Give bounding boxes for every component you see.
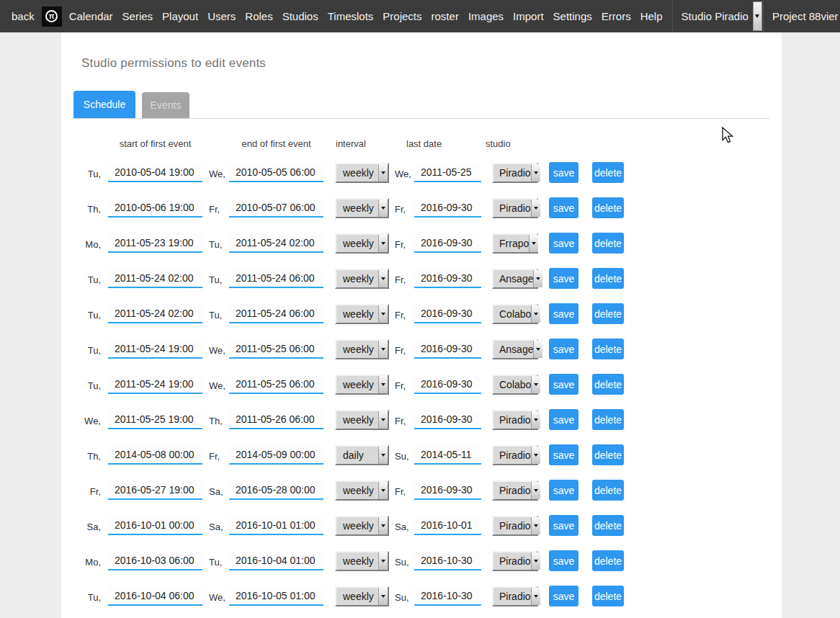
delete-button[interactable]: delete [592, 339, 624, 359]
project-select[interactable]: Project 88vier [763, 0, 840, 32]
end-datetime-input[interactable] [229, 446, 323, 465]
interval-select[interactable]: weekly [335, 551, 389, 571]
delete-button[interactable]: delete [592, 374, 624, 395]
end-datetime-input[interactable] [229, 340, 323, 359]
last-date-input[interactable] [414, 234, 481, 253]
delete-button[interactable]: delete [592, 515, 624, 536]
studio-row-select[interactable]: Piradio [492, 551, 538, 571]
last-date-input[interactable] [414, 552, 481, 570]
delete-button[interactable]: delete [592, 233, 624, 254]
nav-menu-item[interactable]: Timeslots [328, 10, 374, 22]
studio-row-select[interactable]: Colabo [492, 375, 538, 395]
nav-menu-item[interactable]: Images [468, 10, 504, 22]
start-datetime-input[interactable] [108, 340, 202, 359]
interval-select[interactable]: weekly [335, 480, 389, 501]
back-link[interactable]: back [12, 10, 35, 22]
delete-button[interactable]: delete [592, 586, 624, 606]
save-button[interactable]: save [549, 233, 578, 254]
delete-button[interactable]: delete [592, 444, 624, 465]
last-date-input[interactable] [414, 446, 481, 465]
start-datetime-input[interactable] [108, 269, 202, 288]
last-date-input[interactable] [414, 411, 481, 429]
interval-select[interactable]: daily [335, 445, 389, 465]
delete-button[interactable]: delete [592, 550, 624, 571]
save-button[interactable]: save [549, 409, 578, 430]
save-button[interactable]: save [549, 550, 578, 571]
nav-menu-item[interactable]: Errors [602, 10, 631, 22]
end-datetime-input[interactable] [229, 375, 323, 394]
save-button[interactable]: save [549, 586, 578, 606]
interval-select[interactable]: weekly [335, 198, 389, 218]
last-date-input[interactable] [414, 587, 481, 606]
end-datetime-input[interactable] [229, 234, 323, 253]
end-datetime-input[interactable] [229, 587, 323, 606]
interval-select[interactable]: weekly [335, 269, 389, 289]
end-datetime-input[interactable] [229, 164, 323, 182]
interval-select[interactable]: weekly [335, 304, 389, 324]
last-date-input[interactable] [414, 305, 481, 323]
end-datetime-input[interactable] [229, 199, 323, 218]
last-date-input[interactable] [414, 164, 481, 182]
last-date-input[interactable] [414, 481, 481, 500]
start-datetime-input[interactable] [108, 199, 202, 218]
interval-select[interactable]: weekly [335, 410, 389, 430]
nav-menu-item[interactable]: Help [640, 10, 663, 22]
delete-button[interactable]: delete [592, 480, 624, 501]
last-date-input[interactable] [414, 375, 481, 394]
save-button[interactable]: save [549, 197, 578, 218]
nav-menu-item[interactable]: Playout [162, 10, 198, 22]
interval-select[interactable]: weekly [335, 339, 389, 359]
nav-menu-item[interactable]: Settings [553, 10, 592, 22]
save-button[interactable]: save [549, 339, 578, 359]
start-datetime-input[interactable] [108, 375, 202, 394]
start-datetime-input[interactable] [108, 552, 202, 570]
studio-row-select[interactable]: Piradio [492, 480, 538, 501]
save-button[interactable]: save [549, 303, 578, 324]
studio-row-select[interactable]: Piradio [492, 163, 538, 183]
delete-button[interactable]: delete [592, 303, 624, 324]
delete-button[interactable]: delete [592, 409, 624, 430]
studio-row-select[interactable]: Ansage [492, 269, 538, 289]
interval-select[interactable]: weekly [335, 233, 389, 254]
save-button[interactable]: save [549, 444, 578, 465]
nav-menu-item[interactable]: Roles [245, 10, 272, 22]
save-button[interactable]: save [549, 268, 578, 289]
delete-button[interactable]: delete [592, 162, 624, 183]
delete-button[interactable]: delete [592, 197, 624, 218]
save-button[interactable]: save [549, 515, 578, 536]
nav-menu-item[interactable]: Series [122, 10, 153, 22]
save-button[interactable]: save [549, 480, 578, 501]
studio-row-select[interactable]: Piradio [492, 586, 538, 606]
studio-row-select[interactable]: Ansage [492, 339, 538, 359]
end-datetime-input[interactable] [229, 481, 323, 500]
nav-menu-item[interactable]: Calendar [69, 10, 113, 22]
end-datetime-input[interactable] [229, 269, 323, 288]
nav-menu-item[interactable]: Import [513, 10, 544, 22]
interval-select[interactable]: weekly [335, 586, 389, 606]
nav-menu-item[interactable]: roster [432, 10, 459, 22]
studio-row-select[interactable]: Colabo [492, 304, 538, 324]
start-datetime-input[interactable] [108, 516, 202, 535]
save-button[interactable]: save [549, 374, 578, 395]
studio-row-select[interactable]: Piradio [492, 516, 538, 536]
interval-select[interactable]: weekly [335, 516, 389, 536]
start-datetime-input[interactable] [108, 587, 202, 606]
interval-select[interactable]: weekly [335, 375, 389, 395]
start-datetime-input[interactable] [108, 446, 202, 465]
last-date-input[interactable] [414, 199, 481, 218]
last-date-input[interactable] [414, 269, 481, 288]
start-datetime-input[interactable] [108, 411, 202, 429]
save-button[interactable]: save [549, 162, 578, 183]
studio-row-select[interactable]: Piradio [492, 410, 538, 430]
app-logo[interactable]: π [42, 6, 62, 27]
interval-select[interactable]: weekly [335, 163, 389, 183]
end-datetime-input[interactable] [229, 411, 323, 429]
studio-select[interactable]: Studio Piradio [672, 0, 763, 32]
tab-schedule[interactable]: Schedule [73, 91, 135, 118]
studio-row-select[interactable]: Piradio [492, 445, 538, 465]
start-datetime-input[interactable] [108, 305, 202, 323]
end-datetime-input[interactable] [229, 516, 323, 535]
nav-menu-item[interactable]: Studios [282, 10, 318, 22]
start-datetime-input[interactable] [108, 164, 202, 182]
tab-events[interactable]: Events [142, 92, 189, 118]
